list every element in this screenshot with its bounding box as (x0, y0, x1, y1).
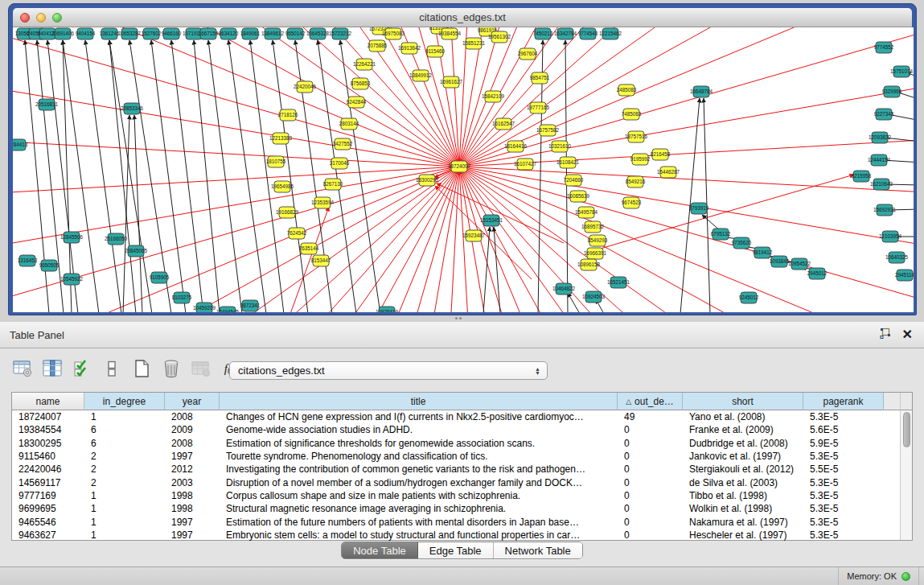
table-row[interactable]: 1456911722003Disruption of a novel membe… (12, 476, 912, 488)
graph-node-teal[interactable]: 8793919 (689, 203, 709, 214)
graph-node-teal[interactable]: 15153451 (480, 215, 503, 226)
graph-node-teal[interactable]: 9872341 (240, 300, 261, 311)
graph-node-teal[interactable]: 9650142 (285, 28, 306, 39)
graph-node-teal[interactable]: 12845506 (60, 232, 84, 243)
graph-node-teal[interactable]: 9774548 (578, 28, 598, 39)
graph-node-yellow[interactable]: 16107427 (514, 159, 537, 170)
graph-node-teal[interactable]: 10640325 (885, 252, 909, 263)
graph-node-teal[interactable]: 20691406 (51, 28, 75, 39)
cell-name[interactable]: 19384554 (12, 423, 84, 436)
cell-out[interactable]: 49 (618, 410, 683, 423)
table-row[interactable]: 1938455462009Genome-wide association stu… (12, 423, 912, 436)
cell-short[interactable]: Franke et al. (2009) (683, 423, 803, 436)
graph-node-yellow[interactable]: 16108421 (556, 157, 580, 168)
graph-node-yellow[interactable]: 7485083 (622, 109, 642, 120)
graph-node-yellow[interactable]: 7635144 (299, 243, 319, 254)
graph-node-teal[interactable]: 9404154 (76, 28, 96, 39)
cell-pagerank[interactable]: 5.6E-5 (803, 423, 884, 436)
graph-node-teal[interactable]: 13849612 (261, 28, 285, 39)
graph-node-yellow[interactable]: 2718126 (278, 109, 298, 121)
graph-node-yellow[interactable]: 15851231 (462, 38, 486, 49)
graph-node-teal[interactable]: 10464822 (552, 283, 576, 295)
cell-year[interactable]: 2008 (165, 410, 220, 423)
graph-node-yellow[interactable]: 2803144 (339, 118, 359, 130)
cell-in_degree[interactable]: 1 (84, 489, 165, 502)
column-header-short[interactable]: short (683, 393, 803, 410)
graph-node-teal[interactable]: 1527602 (142, 28, 162, 39)
graph-node-yellow[interactable]: 2485083 (617, 84, 637, 96)
column-header-title[interactable]: title (220, 393, 618, 410)
column-header-pagerank[interactable]: pagerank (803, 393, 884, 410)
table-select-dropdown[interactable]: citations_edges.txt ▲▼ (229, 361, 548, 380)
graph-node-yellow[interactable]: 15842109 (482, 91, 505, 102)
cell-title[interactable]: Estimation of significance thresholds fo… (220, 437, 618, 450)
cell-out[interactable]: 0 (618, 529, 683, 542)
cell-title[interactable]: Investigating the contribution of common… (220, 463, 618, 476)
graph-node-yellow[interactable]: 8153447 (311, 255, 331, 266)
graph-node-yellow[interactable]: 18164416 (504, 141, 528, 152)
panel-resize-handle[interactable] (455, 317, 466, 321)
graph-node-teal[interactable]: 9774552 (874, 42, 894, 53)
graph-node-teal[interactable]: 1361246 (100, 28, 120, 39)
graph-node-teal[interactable]: 9227343 (874, 109, 894, 120)
cell-year[interactable]: 1997 (165, 515, 220, 528)
show-columns-icon[interactable] (41, 357, 64, 380)
cell-short[interactable]: Stergiakouli et al. (2012) (683, 463, 803, 476)
cell-short[interactable]: Dudbridge et al. (2008) (683, 437, 803, 450)
graph-node-yellow[interactable]: 18300295 (416, 175, 439, 186)
graph-node-teal[interactable]: 10653287 (118, 28, 142, 39)
graph-node-teal[interactable]: 15751074 (890, 66, 914, 77)
graph-node-teal[interactable]: 10459209 (193, 303, 216, 312)
graph-node-teal[interactable]: 20845065 (125, 245, 148, 257)
graph-node-yellow[interactable]: 19166829 (276, 207, 299, 218)
graph-node-yellow[interactable]: 16757582 (536, 125, 560, 136)
graph-node-teal[interactable]: 12103954 (879, 231, 902, 242)
graph-node-teal[interactable]: 10645328 (306, 28, 330, 39)
cell-pagerank[interactable]: 5.5E-5 (803, 463, 884, 476)
cell-short[interactable]: Wolkin et al. (1998) (683, 502, 803, 515)
cell-title[interactable]: Structural magnetic resonance image aver… (220, 502, 618, 515)
cell-year[interactable]: 2012 (165, 463, 220, 476)
graph-node-teal[interactable]: 2945114 (895, 270, 914, 281)
cell-year[interactable]: 2008 (165, 437, 220, 450)
graph-node-yellow[interactable]: 22420046 (294, 81, 317, 93)
table-row[interactable]: 946554611997Estimation of the future num… (12, 515, 912, 528)
graph-node-teal[interactable]: 9329966 (882, 86, 902, 97)
column-header-out[interactable]: △out_de… (618, 393, 683, 410)
table-row[interactable]: 2242004622012Investigating the contribut… (12, 463, 912, 476)
graph-node-yellow[interactable]: 9115460 (425, 46, 446, 57)
graph-node-teal[interactable]: 12444154 (868, 154, 891, 166)
graph-node-teal[interactable]: 25166050 (105, 233, 128, 245)
new-document-icon[interactable] (130, 357, 153, 380)
cell-in_degree[interactable]: 1 (84, 529, 165, 542)
table-row[interactable]: 969969511998Structural magnetic resonanc… (12, 502, 912, 515)
cell-year[interactable]: 1997 (165, 529, 220, 542)
cell-name[interactable]: 9463627 (12, 529, 84, 542)
cell-short[interactable]: Jankovic et al. (1997) (683, 450, 803, 463)
cell-in_degree[interactable]: 1 (84, 410, 165, 423)
table-row[interactable]: 1830029562008Estimation of significance … (12, 437, 912, 450)
graph-node-teal[interactable]: 1093845 (770, 256, 790, 267)
select-all-rows-icon[interactable] (71, 357, 93, 380)
graph-node-yellow[interactable]: 3170046 (330, 158, 350, 169)
cell-pagerank[interactable]: 5.9E-5 (803, 437, 884, 450)
graph-node-yellow[interactable]: 7624542 (287, 228, 307, 239)
cell-year[interactable]: 1997 (165, 450, 220, 463)
graph-node-yellow[interactable]: 8549216 (626, 176, 646, 187)
graph-node-teal[interactable]: 15723212 (329, 28, 352, 39)
graph-node-yellow[interactable]: 13849912 (409, 70, 433, 81)
cell-in_degree[interactable]: 6 (84, 437, 165, 450)
column-header-year[interactable]: year (165, 393, 220, 410)
graph-node-yellow[interactable]: 10321610 (548, 141, 572, 152)
graph-node-yellow[interactable]: 19384554 (438, 28, 462, 39)
graph-node-teal[interactable]: 20516831 (35, 99, 59, 110)
graph-node-teal[interactable]: 9650505 (39, 260, 60, 271)
graph-node-yellow[interactable]: 19561302 (488, 31, 511, 43)
citation-network-graph[interactable]: 1305640240557294041232069140694041541361… (13, 27, 914, 312)
graph-node-yellow[interactable]: 7204660 (564, 175, 584, 186)
cell-in_degree[interactable]: 2 (84, 463, 165, 476)
cell-year[interactable]: 2009 (165, 423, 220, 436)
cell-in_degree[interactable]: 2 (84, 476, 165, 488)
cell-out[interactable]: 0 (618, 463, 683, 476)
graph-node-yellow[interactable]: 9854751 (530, 72, 550, 84)
